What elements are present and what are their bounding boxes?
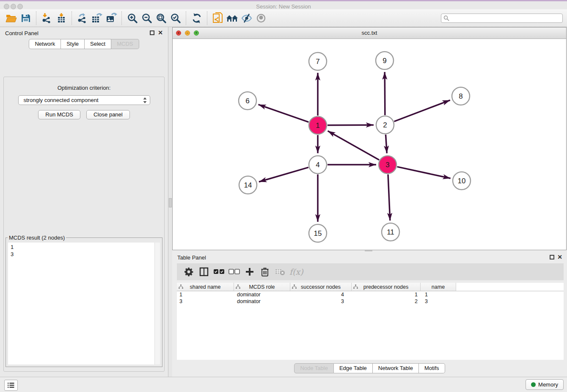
mcds-result-textarea[interactable]: 13	[8, 243, 160, 364]
tab-network-table[interactable]: Network Table	[373, 363, 419, 373]
titlebar: Session: New Session	[0, 1, 567, 9]
graph-node-11[interactable]: 11	[382, 223, 399, 241]
function-builder-icon[interactable]: f(x)	[289, 267, 303, 276]
graph-node-1[interactable]: 1	[309, 116, 327, 134]
table-cell: 4	[290, 292, 352, 298]
tab-edge-table[interactable]: Edge Table	[334, 363, 373, 373]
splitter-handle[interactable]	[169, 198, 172, 207]
memory-button[interactable]: Memory	[526, 379, 564, 390]
column-header-predecessor-nodes[interactable]: predecessor nodes	[352, 283, 421, 291]
edge-3-1[interactable]	[328, 131, 379, 160]
toolbar-separator	[121, 11, 122, 25]
result-scrollbar[interactable]	[154, 243, 160, 364]
delete-icon[interactable]	[257, 265, 272, 278]
graph-node-4[interactable]: 4	[309, 156, 327, 174]
network-window-titlebar[interactable]: × − + scc.txt	[173, 28, 566, 39]
export-network-icon[interactable]	[75, 11, 90, 25]
node-label: 1	[316, 121, 319, 130]
tab-style[interactable]: Style	[61, 39, 85, 49]
tab-select[interactable]: Select	[85, 39, 111, 49]
minimize-view-button[interactable]: −	[185, 30, 190, 36]
network-canvas[interactable]: 7968124314101511	[173, 39, 566, 250]
hide-selected-icon[interactable]	[239, 11, 254, 25]
float-panel-icon[interactable]	[150, 30, 154, 35]
edge-3-10[interactable]	[397, 167, 450, 178]
open-file-icon[interactable]	[4, 11, 19, 25]
node-label: 11	[387, 228, 394, 236]
column-header-name[interactable]: name	[421, 283, 456, 291]
graph-node-7[interactable]: 7	[309, 52, 327, 70]
edge-2-8[interactable]	[394, 100, 450, 121]
clone-network-icon[interactable]	[211, 11, 225, 25]
vertical-splitter[interactable]	[168, 27, 172, 377]
result-line: 1	[8, 243, 160, 251]
first-neighbors-icon[interactable]	[225, 11, 239, 25]
table-cell: 3	[290, 298, 352, 304]
network-view-title: scc.txt	[173, 28, 566, 39]
column-header-shared-name[interactable]: shared name	[177, 283, 234, 291]
search-input[interactable]	[441, 14, 563, 23]
edge-3-11[interactable]	[388, 174, 390, 221]
zoom-selected-icon[interactable]	[168, 11, 183, 25]
zoom-fit-icon[interactable]	[154, 11, 168, 25]
criterion-value: strongly connected component	[24, 97, 99, 103]
graph-node-6[interactable]: 6	[239, 92, 256, 110]
delete-table-icon[interactable]	[272, 265, 288, 278]
mcds-result-lines: 13	[8, 243, 160, 258]
export-table-icon[interactable]	[90, 11, 104, 25]
close-panel-icon[interactable]: ✕	[158, 30, 163, 36]
task-history-button[interactable]	[4, 380, 18, 391]
refresh-icon[interactable]	[190, 11, 204, 25]
tab-mcds[interactable]: MCDS	[111, 39, 139, 49]
column-header-MCDS-role[interactable]: MCDS role	[234, 283, 290, 291]
export-image-icon[interactable]	[104, 11, 118, 25]
node-label: 4	[316, 161, 319, 169]
tab-network[interactable]: Network	[29, 39, 61, 49]
select-all-icon[interactable]	[212, 265, 227, 278]
edge-1-2[interactable]	[328, 125, 374, 125]
column-header-label: successor nodes	[301, 284, 341, 290]
zoom-in-icon[interactable]	[125, 11, 140, 25]
add-column-icon[interactable]	[242, 265, 257, 278]
edge-2-3[interactable]	[385, 135, 387, 153]
column-header-successor-nodes[interactable]: successor nodes	[290, 283, 352, 291]
edge-1-6[interactable]	[258, 105, 308, 122]
graph-node-8[interactable]: 8	[452, 87, 470, 105]
run-mcds-button[interactable]: Run MCDS	[38, 110, 80, 119]
edge-2-9[interactable]	[385, 72, 385, 115]
table-toolbar: f(x)	[177, 263, 564, 280]
save-session-icon[interactable]	[19, 11, 33, 25]
criterion-select[interactable]: strongly connected component	[18, 95, 150, 105]
float-panel-icon[interactable]	[550, 255, 554, 259]
table-cell: 3	[421, 298, 456, 304]
column-layout-icon[interactable]	[196, 265, 212, 278]
main-toolbar	[0, 9, 567, 27]
gear-icon[interactable]	[181, 265, 196, 278]
import-network-icon[interactable]	[40, 11, 54, 25]
close-panel-button[interactable]: Close panel	[86, 110, 130, 119]
close-view-button[interactable]: ×	[176, 30, 181, 36]
node-label: 9	[383, 57, 386, 65]
memory-label: Memory	[538, 381, 558, 388]
graph-node-15[interactable]: 15	[309, 224, 327, 242]
close-panel-icon[interactable]: ✕	[557, 254, 562, 260]
tab-node-table[interactable]: Node Table	[294, 363, 334, 373]
zoom-out-icon[interactable]	[140, 11, 154, 25]
maximize-view-button[interactable]: +	[194, 30, 199, 36]
graph-node-3[interactable]: 3	[379, 156, 396, 174]
table-row[interactable]: 1dominator411	[177, 291, 564, 298]
graph-node-14[interactable]: 14	[239, 176, 257, 194]
edge-4-14[interactable]	[259, 167, 308, 182]
tab-motifs[interactable]: Motifs	[419, 363, 445, 373]
control-panel-title: Control Panel	[5, 30, 39, 36]
deselect-all-icon[interactable]	[227, 265, 242, 278]
graph-node-2[interactable]: 2	[376, 116, 394, 134]
table-row[interactable]: 3dominator323	[177, 298, 564, 305]
graph-node-9[interactable]: 9	[376, 52, 394, 69]
network-graph: 7968124314101511	[173, 39, 566, 250]
toolbar-separator	[207, 11, 208, 25]
status-bar: Memory	[0, 377, 567, 392]
graph-node-10[interactable]: 10	[453, 172, 471, 190]
import-table-icon[interactable]	[54, 11, 69, 25]
show-all-icon[interactable]	[254, 11, 268, 25]
